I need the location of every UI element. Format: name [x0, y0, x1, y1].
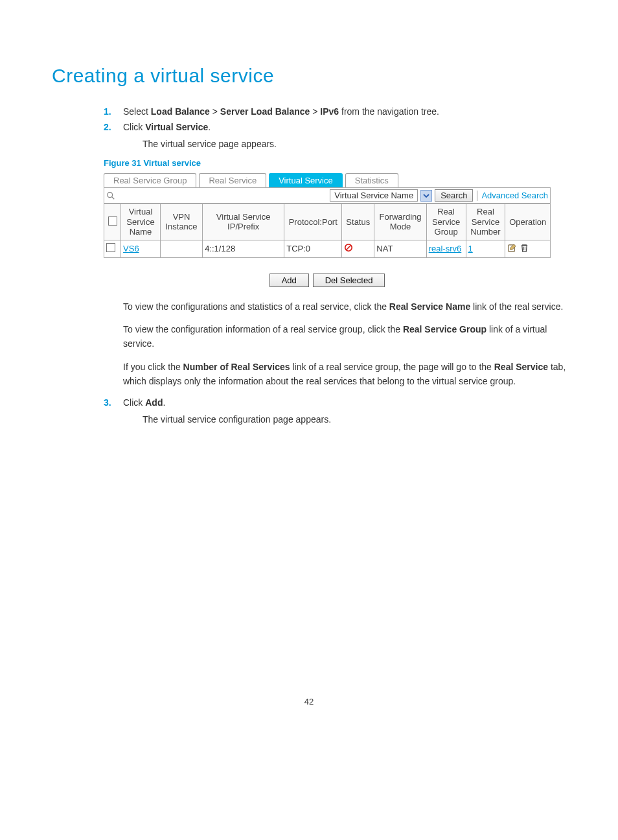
status-cell	[342, 240, 374, 257]
trash-icon[interactable]	[520, 243, 529, 255]
search-field-dropdown[interactable]: Virtual Service Name	[330, 189, 418, 202]
step-3-sub: The virtual service configuration page a…	[123, 414, 566, 425]
page-number: 42	[52, 697, 566, 706]
col-vpn-instance: VPN Instance	[160, 204, 202, 240]
edit-icon[interactable]	[507, 243, 517, 255]
svg-line-3	[347, 246, 351, 250]
para-number-of-real-services: If you click the Number of Real Services…	[52, 360, 566, 388]
advanced-search-link[interactable]: Advanced Search	[481, 191, 548, 200]
svg-point-0	[108, 192, 113, 197]
col-status: Status	[342, 204, 374, 240]
col-operation: Operation	[505, 204, 551, 240]
status-disabled-icon	[344, 244, 353, 254]
row-checkbox[interactable]	[104, 240, 121, 257]
del-selected-button[interactable]: Del Selected	[313, 274, 385, 287]
search-button[interactable]: Search	[435, 189, 473, 202]
search-field-label: Virtual Service Name	[334, 191, 413, 200]
step-2-text: Click Virtual Service.	[123, 122, 211, 132]
step-3-num: 3.	[104, 397, 111, 408]
add-button[interactable]: Add	[269, 274, 309, 287]
col-real-service-number: Real Service Number	[466, 204, 505, 240]
tab-real-service-group[interactable]: Real Service Group	[104, 173, 196, 187]
tab-statistics[interactable]: Statistics	[345, 173, 398, 187]
real-service-number-link[interactable]: 1	[468, 244, 473, 253]
step-2: 2. Click Virtual Service. The virtual se…	[104, 122, 566, 149]
real-service-group-link[interactable]: real-srv6	[429, 244, 462, 253]
forwarding-mode: NAT	[374, 240, 426, 257]
step-3-text: Click Add.	[123, 397, 165, 408]
search-icon	[106, 191, 115, 200]
vpn-instance	[160, 240, 202, 257]
header-checkbox[interactable]	[104, 204, 121, 240]
protocol-port: TCP:0	[284, 240, 342, 257]
step-1-text: Select Load Balance > Server Load Balanc…	[123, 106, 439, 117]
virtual-service-table: Virtual Service Name VPN Instance Virtua…	[104, 204, 551, 258]
step-2-sub: The virtual service page appears.	[123, 139, 566, 149]
figure-caption: Figure 31 Virtual service	[104, 158, 566, 168]
tab-real-service[interactable]: Real Service	[199, 173, 266, 187]
step-2-num: 2.	[104, 122, 111, 132]
table-row: VS6 4::1/128 TCP:0 NAT real-srv6 1	[104, 240, 551, 257]
page-title: Creating a virtual service	[52, 65, 566, 87]
col-real-service-group: Real Service Group	[426, 204, 466, 240]
svg-line-1	[112, 196, 115, 199]
step-3: 3. Click Add. The virtual service config…	[104, 397, 566, 425]
col-ip-prefix: Virtual Service IP/Prefix	[203, 204, 284, 240]
para-real-service-name: To view the configurations and statistic…	[52, 300, 566, 314]
col-protocol-port: Protocol:Port	[284, 204, 342, 240]
col-forwarding-mode: Forwarding Mode	[374, 204, 426, 240]
figure: Real Service Group Real Service Virtual …	[104, 173, 551, 287]
step-1-num: 1.	[104, 106, 111, 117]
ip-prefix: 4::1/128	[203, 240, 284, 257]
chevron-down-icon[interactable]	[420, 190, 432, 202]
para-real-service-group: To view the configuration information of…	[52, 323, 566, 351]
vs-name-link[interactable]: VS6	[123, 244, 139, 253]
step-1: 1. Select Load Balance > Server Load Bal…	[104, 106, 566, 117]
tab-virtual-service[interactable]: Virtual Service	[269, 173, 343, 187]
col-virtual-service-name: Virtual Service Name	[121, 204, 161, 240]
